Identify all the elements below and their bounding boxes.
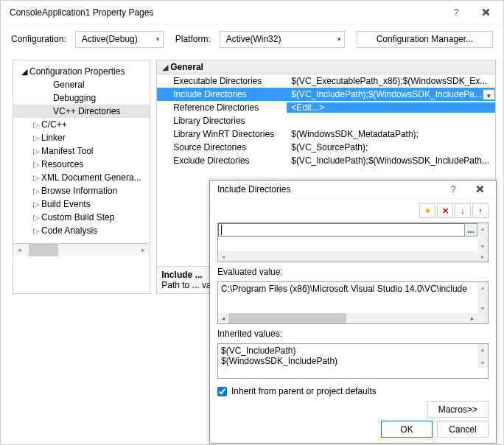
tree-item[interactable]: ▷Linker xyxy=(13,131,150,144)
tree-item-label: Browse Information xyxy=(41,186,117,196)
scroll-up-icon[interactable]: ▴ xyxy=(477,344,488,354)
tree-item[interactable]: ▷Custom Build Step xyxy=(13,211,150,224)
ok-button[interactable]: OK xyxy=(381,421,433,438)
cancel-button[interactable]: Cancel xyxy=(437,421,489,438)
path-list-editor[interactable]: ... ▴ ▾ ◂ ▸ xyxy=(217,222,489,262)
dialog-help-button[interactable]: ? xyxy=(440,181,466,198)
scroll-down-icon[interactable]: ▾ xyxy=(477,357,488,368)
dialog-close-button[interactable]: 🗙 xyxy=(466,181,493,198)
config-toolbar: Configuration: Active(Debug) ▾ Platform:… xyxy=(1,24,503,54)
platform-label: Platform: xyxy=(175,34,211,44)
inherited-value: $(VC_IncludePath) xyxy=(221,346,485,356)
tree-item-label: Build Events xyxy=(41,199,91,209)
property-name: Library Directories xyxy=(157,116,287,126)
move-down-button[interactable]: ↓ xyxy=(455,203,471,218)
property-name: Source Directories xyxy=(157,142,287,153)
tree-item-label: Debugging xyxy=(53,93,96,103)
dialog-titlebar: Include Directories ? 🗙 xyxy=(210,181,496,199)
chevron-down-icon: ▾ xyxy=(337,35,341,43)
triangle-down-icon: ◢ xyxy=(19,67,29,77)
browse-button[interactable]: ... xyxy=(464,223,477,236)
tree-item[interactable]: ▷Manifest Tool xyxy=(13,144,150,158)
tree-item[interactable]: ▷General xyxy=(13,78,150,91)
property-row[interactable]: Library Directories xyxy=(157,114,495,127)
triangle-right-icon: ▷ xyxy=(31,186,41,196)
tree-item[interactable]: ▷C/C++ xyxy=(13,118,150,131)
scroll-thumb[interactable] xyxy=(228,313,346,323)
tree-item[interactable]: ▷Code Analysis xyxy=(13,224,150,237)
scroll-down-icon[interactable]: ▾ xyxy=(477,303,488,313)
property-name: Library WinRT Directories xyxy=(157,129,287,139)
list-hscrollbar[interactable]: ◂ ▸ xyxy=(218,251,488,262)
chevron-down-icon: ▾ xyxy=(156,35,160,43)
tree-item[interactable]: ▷Build Events xyxy=(13,197,150,211)
scroll-right-icon[interactable]: ▸ xyxy=(477,251,488,262)
tree-item-label: Manifest Tool xyxy=(41,146,93,156)
evaluated-label: Evaluated value: xyxy=(217,267,489,277)
property-row[interactable]: Reference Directories<Edit...> xyxy=(157,101,495,114)
property-value[interactable]: $(WindowsSDK_MetadataPath); xyxy=(287,129,495,139)
scroll-down-icon[interactable]: ▾ xyxy=(477,241,488,251)
scroll-left-icon[interactable]: ◂ xyxy=(218,251,228,262)
close-button[interactable]: 🗙 xyxy=(471,2,500,23)
tree-item-label: Linker xyxy=(41,133,66,143)
eval-hscrollbar[interactable] xyxy=(218,313,488,323)
new-line-button[interactable]: ✷ xyxy=(419,203,435,218)
dropdown-button[interactable]: ▾ xyxy=(483,89,495,99)
scroll-left-icon[interactable]: ◂ xyxy=(13,244,26,256)
tree-root[interactable]: ◢ Configuration Properties xyxy=(13,65,150,78)
tree-item-label: VC++ Directories xyxy=(53,106,120,116)
tree-item[interactable]: ▷VC++ Directories xyxy=(13,105,150,118)
tree-hscrollbar[interactable]: ◂ ▸ xyxy=(13,243,150,256)
property-value[interactable]: <Edit...> xyxy=(287,102,495,113)
tree-item[interactable]: ▷Resources xyxy=(13,158,150,171)
scroll-left-icon[interactable]: ◂ xyxy=(218,313,228,323)
triangle-right-icon: ▷ xyxy=(31,147,41,156)
config-manager-button[interactable]: Configuration Manager... xyxy=(357,31,493,48)
property-row[interactable]: Include Directories$(VC_IncludePath);$(W… xyxy=(157,88,495,101)
property-name: Exclude Directories xyxy=(157,155,287,166)
triangle-right-icon: ▷ xyxy=(31,213,41,222)
scroll-up-icon[interactable]: ▴ xyxy=(477,282,488,292)
property-name: Include Directories xyxy=(157,89,287,99)
triangle-down-icon: ◢ xyxy=(160,63,170,72)
evaluated-value-text: C:\Program Files (x86)\Microsoft Visual … xyxy=(221,284,485,294)
scroll-up-icon[interactable]: ▴ xyxy=(477,223,488,234)
inherit-label: Inherit from parent or project defaults xyxy=(231,386,377,396)
inherit-checkbox[interactable] xyxy=(217,387,227,396)
move-up-button[interactable]: ↑ xyxy=(472,203,489,218)
tree-item[interactable]: ▷XML Document Genera... xyxy=(13,171,150,184)
property-name: Reference Directories xyxy=(157,102,287,113)
configuration-dropdown[interactable]: Active(Debug) ▾ xyxy=(75,31,164,48)
scroll-right-icon[interactable]: ▸ xyxy=(137,244,150,256)
property-row[interactable]: Exclude Directories$(VC_IncludePath);$(W… xyxy=(157,154,495,167)
property-value[interactable]: $(VC_ExecutablePath_x86);$(WindowsSDK_Ex… xyxy=(287,76,495,86)
inherited-values-box: $(VC_IncludePath)$(WindowsSDK_IncludePat… xyxy=(217,343,489,379)
property-value[interactable]: $(VC_SourcePath); xyxy=(287,142,495,153)
prop-group-header[interactable]: ◢ General xyxy=(157,60,495,74)
property-name: Executable Directories xyxy=(157,76,287,86)
triangle-right-icon: ▷ xyxy=(31,173,41,183)
property-value[interactable]: $(VC_IncludePath);$(WindowsSDK_IncludePa… xyxy=(287,155,495,166)
property-row[interactable]: Executable Directories$(VC_ExecutablePat… xyxy=(157,74,495,88)
tree-item[interactable]: ▷Browse Information xyxy=(13,184,150,197)
tree-item-label: XML Document Genera... xyxy=(41,172,141,183)
macros-button[interactable]: Macros>> xyxy=(427,401,489,418)
scroll-right-icon[interactable]: ▸ xyxy=(467,313,477,323)
scroll-thumb[interactable] xyxy=(29,244,58,256)
window-title: ConsoleApplication1 Property Pages xyxy=(10,7,441,18)
property-row[interactable]: Source Directories$(VC_SourcePath); xyxy=(157,141,495,154)
delete-line-button[interactable]: ✕ xyxy=(437,203,453,218)
tree-item-label: Resources xyxy=(41,159,83,169)
path-input[interactable] xyxy=(218,223,466,236)
platform-dropdown[interactable]: Active(Win32) ▾ xyxy=(220,31,345,48)
tree-item[interactable]: ▷Debugging xyxy=(13,91,150,105)
tree-item-label: Custom Build Step xyxy=(41,212,114,222)
tree-item-label: Code Analysis xyxy=(41,225,97,236)
triangle-right-icon: ▷ xyxy=(31,200,41,209)
property-row[interactable]: Library WinRT Directories$(WindowsSDK_Me… xyxy=(157,127,495,141)
tree-pane[interactable]: ◢ Configuration Properties ▷General▷Debu… xyxy=(13,60,150,294)
tree-item-label: General xyxy=(53,80,85,90)
help-button[interactable]: ? xyxy=(441,2,471,23)
property-value[interactable]: $(VC_IncludePath);$(WindowsSDK_IncludePa… xyxy=(287,89,495,99)
